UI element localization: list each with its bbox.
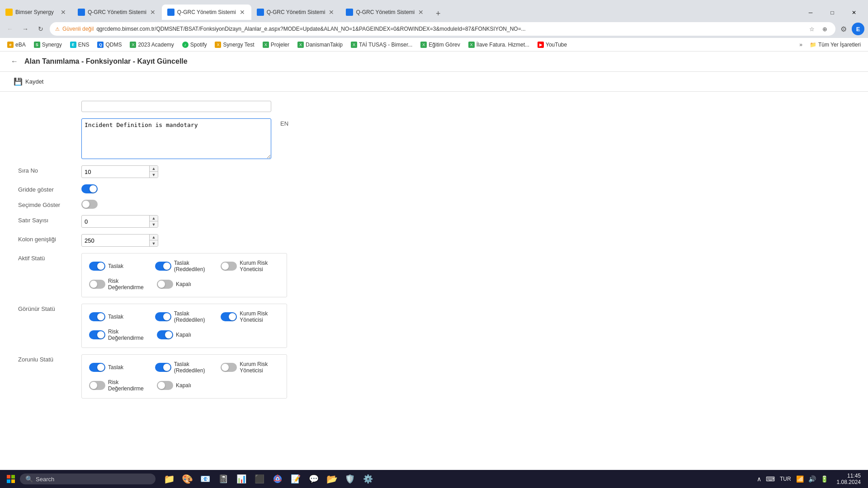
bookmark-synergy[interactable]: S Synergy [30, 41, 66, 49]
gridde-goster-toggle[interactable] [81, 184, 98, 193]
tab-close-button[interactable]: ✕ [239, 9, 246, 16]
tab-qgrc-4[interactable]: Q-GRC Yönetim Sistemi ✕ [251, 5, 341, 20]
gorunum-kurum-risk-toggle[interactable] [221, 312, 237, 321]
forward-navigation-button[interactable]: → [19, 23, 32, 35]
close-button[interactable]: ✕ [844, 5, 864, 20]
spin-up-button[interactable]: ▲ [150, 166, 158, 172]
gorunum-kapali-cell: Kapalı [153, 326, 221, 344]
taskbar-settings-icon[interactable]: ⚙️ [360, 471, 376, 487]
back-button[interactable]: ← [9, 56, 20, 67]
bookmarks-more-button[interactable]: » [797, 41, 805, 49]
back-navigation-button[interactable]: ← [4, 23, 16, 35]
bookmark-tai-tusas[interactable]: X TAİ TUSAŞ - Bimser... [347, 41, 416, 49]
start-button[interactable] [4, 472, 18, 486]
tab-qgrc-3-active[interactable]: Q-GRC Yönetim Sistemi ✕ [162, 5, 251, 20]
taskbar-clock[interactable]: 11:45 1.08.2024 [833, 473, 864, 485]
tab-close-button[interactable]: ✕ [328, 9, 335, 16]
aktif-statu-row-2: Risk Değerlendirme Kapalı [85, 275, 283, 293]
battery-icon[interactable]: 🔋 [819, 475, 830, 483]
bookmark-folder-tum-yer-isaretleri[interactable]: 📁 Tüm Yer İşaretleri [806, 41, 864, 49]
tab-close-button[interactable]: ✕ [60, 9, 67, 16]
bookmark-youtube[interactable]: ▶ YouTube [534, 41, 571, 49]
satir-sayisi-input[interactable] [82, 216, 149, 227]
zorunlu-kurum-risk-toggle[interactable] [221, 363, 237, 372]
sira-no-spinner: ▲ ▼ [149, 166, 158, 178]
aktif-kapali-toggle[interactable] [157, 280, 173, 289]
bookmark-spotify[interactable]: ♪ Spotify [179, 41, 211, 49]
bookmark-star-icon[interactable]: ☆ [807, 23, 817, 34]
kolon-spin-up-button[interactable]: ▲ [150, 235, 158, 240]
taskbar-black-icon[interactable]: ⬛ [251, 471, 268, 487]
satir-spin-down-button[interactable]: ▼ [150, 221, 158, 227]
taskbar-teams-icon[interactable]: 💬 [306, 471, 322, 487]
extension-icon[interactable]: ⊕ [819, 23, 830, 34]
aktif-statu-row: Aktif Statü Taslak Taslak (Reddedilen) [18, 253, 850, 297]
aktif-kapali-label: Kapalı [176, 281, 191, 287]
word-icon: 📝 [291, 474, 301, 484]
taskbar-paintnet-icon[interactable]: 🎨 [179, 471, 195, 487]
bookmark-ens[interactable]: E ENS [66, 41, 93, 49]
gorunum-kapali-label: Kapalı [176, 332, 191, 338]
aktif-taslak-toggle[interactable] [89, 262, 105, 271]
bookmark-projeler[interactable]: X Projeler [259, 41, 293, 49]
gorunum-taslak-reddedilen-cell: Taslak (Reddedilen) [151, 308, 217, 326]
url-bar[interactable]: ⚠ Güvenli değil qgrcdemo.bimser.com.tr/Q… [50, 22, 835, 36]
taskbar-word-icon[interactable]: 📝 [288, 471, 304, 487]
aktif-taslak-reddedilen-toggle[interactable] [155, 262, 171, 271]
taskbar-chrome-icon[interactable] [269, 471, 286, 487]
kolon-spin-down-button[interactable]: ▼ [150, 240, 158, 246]
volume-icon[interactable]: 🔊 [807, 475, 817, 483]
bookmark-label: ENS [78, 42, 90, 48]
bookmark-egitim-gorev[interactable]: X Eğitim Görev [417, 41, 463, 49]
tab-bimser-synergy[interactable]: Bimser Synergy ✕ [0, 5, 72, 20]
bookmark-qdms[interactable]: Q QDMS [94, 41, 125, 49]
tab-title: Bimser Synergy [15, 9, 57, 15]
reload-button[interactable]: ↻ [34, 23, 47, 35]
zorunlu-kapali-toggle[interactable] [157, 381, 173, 390]
new-tab-button[interactable]: + [432, 7, 444, 20]
secimde-goster-toggle[interactable] [81, 200, 98, 209]
save-button[interactable]: 💾 Kaydet [9, 75, 48, 88]
aktif-risk-deger-toggle[interactable] [89, 280, 105, 289]
taskbar-folder-yellow-icon[interactable]: 📂 [324, 471, 340, 487]
chevron-up-icon[interactable]: ∧ [755, 475, 763, 483]
bookmark-ilave-fatura[interactable]: X İlave Fatura. Hizmet... [465, 41, 533, 49]
tab-close-button[interactable]: ✕ [149, 9, 156, 16]
bookmark-2023academy[interactable]: X 2023 Academy [126, 41, 177, 49]
gorunum-taslak-reddedilen-toggle[interactable] [155, 312, 171, 321]
kolon-genisligi-input[interactable] [82, 235, 149, 246]
minimize-button[interactable]: ─ [800, 5, 821, 20]
taskbar-onenote-icon[interactable]: 📓 [215, 471, 231, 487]
description-textarea[interactable]: Incident Definition is mandotary [81, 118, 271, 159]
tab-qgrc-5[interactable]: Q-GRC Yönetim Sistemi ✕ [340, 5, 430, 20]
spin-down-button[interactable]: ▼ [150, 172, 158, 178]
aktif-kurum-risk-toggle[interactable] [221, 262, 237, 271]
zorunlu-taslak-reddedilen-toggle[interactable] [155, 363, 171, 372]
gorunum-risk-deger-toggle[interactable] [89, 330, 105, 339]
bookmark-eba[interactable]: e eBA [4, 41, 29, 49]
taskbar-file-explorer-icon[interactable]: 📁 [161, 471, 177, 487]
taskbar-outlook-icon[interactable]: 📧 [197, 471, 213, 487]
zorunlu-kurum-risk-label: Kurum Risk Yöneticisi [240, 361, 279, 374]
maximize-button[interactable]: □ [822, 5, 843, 20]
tab-close-button[interactable]: ✕ [417, 9, 425, 16]
textarea-control: Incident Definition is mandotary EN [81, 118, 850, 159]
extensions-button[interactable]: ⚙ [838, 23, 849, 34]
text-field-input[interactable] [81, 101, 271, 112]
tab-qgrc-2[interactable]: Q-GRC Yönetim Sistemi ✕ [72, 5, 162, 20]
gorunum-taslak-toggle[interactable] [89, 312, 105, 321]
egitim-icon: X [420, 42, 427, 48]
wifi-icon[interactable]: 📶 [795, 475, 805, 483]
taskbar-search-bar[interactable]: 🔍 Search [20, 474, 156, 484]
satir-spin-up-button[interactable]: ▲ [150, 216, 158, 221]
sira-no-input[interactable]: 10 [82, 167, 149, 177]
gorunum-kapali-toggle[interactable] [157, 330, 173, 339]
keyboard-icon[interactable]: ⌨ [764, 475, 776, 483]
taskbar-security-icon[interactable]: 🛡️ [342, 471, 358, 487]
zorunlu-risk-deger-toggle[interactable] [89, 381, 105, 390]
zorunlu-taslak-toggle[interactable] [89, 363, 105, 372]
bookmark-danismantakip[interactable]: X DanismanTakip [294, 41, 346, 49]
profile-button[interactable]: E [852, 23, 864, 35]
taskbar-excel-icon[interactable]: 📊 [233, 471, 250, 487]
bookmark-synergy-test[interactable]: X Synergy Test [211, 41, 258, 49]
